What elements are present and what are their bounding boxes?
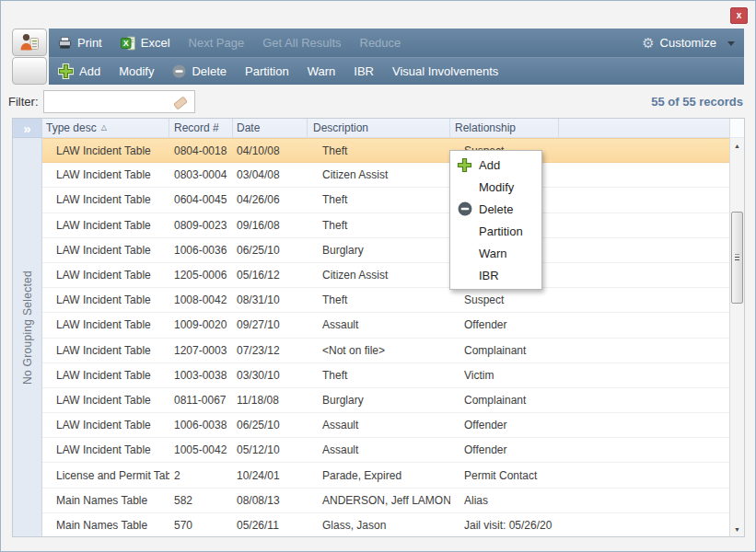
cell-type-desc: LAW Incident Table xyxy=(42,443,169,456)
context-menu-item-partition[interactable]: Partition xyxy=(450,220,541,242)
cell-record-number: 0811-0067 xyxy=(169,394,233,407)
delete-button[interactable]: Delete xyxy=(163,64,236,78)
cell-date: 04/26/06 xyxy=(233,193,308,206)
column-header-record[interactable]: Record # xyxy=(169,119,233,137)
table-row[interactable]: Main Names Table 570 05/26/11 Glass, Jas… xyxy=(42,513,729,536)
customize-dropdown-arrow[interactable] xyxy=(727,41,735,46)
column-label: Relationship xyxy=(455,121,516,134)
titlebar[interactable]: x xyxy=(1,1,755,27)
table-row[interactable]: LAW Incident Table 0604-0045 04/26/06 Th… xyxy=(42,188,729,213)
cell-description: Burglary xyxy=(308,244,450,257)
modify-button[interactable]: Modify xyxy=(110,64,163,78)
cell-type-desc: LAW Incident Table xyxy=(42,168,169,181)
table-header: Type desc △ Record # Date Description Re… xyxy=(42,119,729,138)
reduce-button[interactable]: Reduce xyxy=(351,36,411,50)
cell-relationship: Complainant xyxy=(450,344,729,357)
filter-label: Filter: xyxy=(8,95,39,109)
cell-record-number: 0604-0045 xyxy=(169,193,233,206)
table-row[interactable]: LAW Incident Table 1207-0003 07/23/12 <N… xyxy=(42,339,729,363)
cell-relationship: Jail visit: 05/26/20 xyxy=(450,519,729,532)
column-header-type-desc[interactable]: Type desc △ xyxy=(42,119,169,137)
cell-description: Citizen Assist xyxy=(308,269,450,282)
cell-record-number: 1205-0006 xyxy=(169,269,233,282)
next-page-label: Next Page xyxy=(189,36,245,50)
scroll-down-button[interactable]: ▼ xyxy=(730,522,744,536)
context-menu-item-ibr[interactable]: IBR xyxy=(450,264,541,286)
context-menu-item-delete[interactable]: Delete xyxy=(450,198,541,220)
column-header-relationship[interactable]: Relationship xyxy=(450,119,559,137)
vertical-scrollbar[interactable]: ▲ ▼ xyxy=(729,119,744,536)
scrollbar-grip-icon xyxy=(735,255,739,261)
add-icon xyxy=(450,157,479,173)
customize-button[interactable]: ⚙ Customize xyxy=(633,36,726,50)
close-button[interactable]: x xyxy=(730,7,748,24)
cell-date: 03/04/08 xyxy=(233,168,308,181)
cell-date: 09/16/08 xyxy=(233,219,308,232)
cell-type-desc: LAW Incident Table xyxy=(42,193,169,206)
close-icon: x xyxy=(737,10,742,20)
person-record-icon xyxy=(18,31,41,53)
filter-input-container xyxy=(43,90,195,113)
cell-record-number: 1008-0042 xyxy=(169,293,233,306)
sort-ascending-icon: △ xyxy=(101,123,107,132)
get-all-results-button[interactable]: Get All Results xyxy=(253,36,350,50)
table-row[interactable]: LAW Incident Table 0811-0067 11/18/08 Bu… xyxy=(42,388,729,413)
scrollbar-thumb[interactable] xyxy=(731,212,743,304)
table-row[interactable]: LAW Incident Table 1009-0020 09/27/10 As… xyxy=(42,313,729,338)
expand-grouping-button[interactable]: » xyxy=(13,119,41,138)
warn-label: Warn xyxy=(308,64,336,78)
cell-record-number: 0809-0023 xyxy=(169,219,233,232)
column-header-date[interactable]: Date xyxy=(233,119,308,137)
secondary-side-button[interactable] xyxy=(12,57,47,85)
partition-label: Partition xyxy=(245,64,289,78)
table-row[interactable]: License and Permit Table 2 10/24/01 Para… xyxy=(42,463,729,488)
cell-record-number: 1006-0038 xyxy=(169,419,233,431)
table-row[interactable]: LAW Incident Table 0804-0018 04/10/08 Th… xyxy=(42,138,729,163)
add-label: Add xyxy=(79,64,100,78)
cell-date: 10/24/01 xyxy=(233,469,308,482)
table-row[interactable]: Main Names Table 582 08/08/13 ANDERSON, … xyxy=(42,489,729,513)
table-row[interactable]: LAW Incident Table 1005-0042 05/12/10 As… xyxy=(42,438,729,463)
table-row[interactable]: LAW Incident Table 1006-0036 06/25/10 Bu… xyxy=(42,238,729,263)
cell-type-desc: LAW Incident Table xyxy=(42,344,169,357)
table-row[interactable]: LAW Incident Table 0809-0023 09/16/08 Th… xyxy=(42,213,729,238)
cell-relationship: Offender xyxy=(450,318,729,331)
cell-description: Theft xyxy=(308,193,450,206)
grouping-label: No Grouping Selected xyxy=(21,270,34,385)
cell-description: Glass, Jason xyxy=(308,519,450,532)
column-header-description[interactable]: Description xyxy=(308,119,450,137)
customize-label: Customize xyxy=(660,36,716,50)
next-page-button[interactable]: Next Page xyxy=(180,36,254,50)
context-menu-item-warn[interactable]: Warn xyxy=(450,242,541,264)
grouping-panel[interactable]: » No Grouping Selected xyxy=(13,119,42,536)
cell-relationship: Victim xyxy=(450,369,729,382)
context-menu-item-modify[interactable]: Modify xyxy=(450,176,541,198)
cell-date: 07/23/12 xyxy=(233,344,308,357)
context-menu-item-add[interactable]: Add xyxy=(450,154,541,176)
table-row[interactable]: LAW Incident Table 0803-0004 03/04/08 Ci… xyxy=(42,163,729,188)
scrollbar-header-cap xyxy=(730,119,744,138)
ibr-button[interactable]: IBR xyxy=(344,64,383,78)
warn-button[interactable]: Warn xyxy=(298,64,345,78)
scroll-up-button[interactable]: ▲ xyxy=(730,138,744,153)
table-row[interactable]: LAW Incident Table 1008-0042 08/31/10 Th… xyxy=(42,288,729,313)
cell-description: Assault xyxy=(308,419,450,431)
print-button[interactable]: Print xyxy=(49,36,111,50)
excel-label: Excel xyxy=(141,36,170,50)
app-window: x Print xyxy=(0,0,756,552)
cell-type-desc: Main Names Table xyxy=(42,519,169,532)
filter-input[interactable] xyxy=(44,91,194,112)
add-button[interactable]: Add xyxy=(49,63,110,79)
person-record-button[interactable] xyxy=(12,29,47,56)
partition-button[interactable]: Partition xyxy=(236,64,298,78)
table-row[interactable]: LAW Incident Table 1006-0038 06/25/10 As… xyxy=(42,413,729,438)
cell-date: 11/18/08 xyxy=(233,394,308,407)
cell-description: Theft xyxy=(308,219,450,232)
column-label: Date xyxy=(237,121,260,134)
cell-date: 05/16/12 xyxy=(233,269,308,282)
visual-involvements-button[interactable]: Visual Involvements xyxy=(383,64,507,78)
menu-item-label: Delete xyxy=(479,202,514,216)
excel-button[interactable]: X Excel xyxy=(111,36,180,51)
table-row[interactable]: LAW Incident Table 1205-0006 05/16/12 Ci… xyxy=(42,263,729,288)
table-row[interactable]: LAW Incident Table 1003-0038 03/30/10 Th… xyxy=(42,363,729,388)
